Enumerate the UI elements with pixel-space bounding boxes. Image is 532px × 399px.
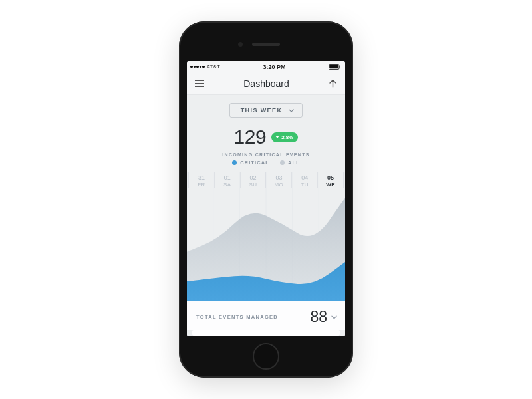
chevron-down-icon xyxy=(331,315,337,319)
status-bar: AT&T 3:20 PM xyxy=(187,61,345,72)
chevron-down-icon xyxy=(289,109,294,112)
svg-rect-1 xyxy=(329,65,338,69)
device-frame: AT&T 3:20 PM Dashboard xyxy=(179,21,353,378)
page-title: Dashboard xyxy=(243,78,289,89)
legend-swatch-critical xyxy=(232,160,237,165)
chart[interactable]: 31FR01SA02SU03MO04TU05WE xyxy=(187,172,345,301)
legend-label-all: ALL xyxy=(288,160,300,166)
legend-swatch-all xyxy=(280,160,285,165)
menu-icon[interactable] xyxy=(195,80,204,87)
card-stack xyxy=(192,330,340,336)
x-axis-labels: 31FR01SA02SU03MO04TU05WE xyxy=(187,172,345,188)
battery-icon xyxy=(329,64,342,70)
content-area: THIS WEEK 129 2.8% INCOMING CRITICAL EVE… xyxy=(187,95,345,336)
app-header: Dashboard xyxy=(187,72,345,95)
x-axis-tick[interactable]: 01SA xyxy=(214,172,240,188)
date-range-label: THIS WEEK xyxy=(241,107,283,114)
footer-value: 88 xyxy=(310,308,327,326)
metric-value: 129 xyxy=(234,126,267,148)
carrier-label: AT&T xyxy=(207,64,221,70)
upload-icon[interactable] xyxy=(329,79,337,88)
x-axis-tick[interactable]: 03MO xyxy=(265,172,291,188)
legend-label-critical: CRITICAL xyxy=(240,160,269,166)
date-range-selector[interactable]: THIS WEEK xyxy=(229,103,303,118)
x-axis-tick[interactable]: 31FR xyxy=(188,172,214,188)
x-axis-tick[interactable]: 04TU xyxy=(291,172,317,188)
footer-card[interactable]: TOTAL EVENTS MANAGED 88 xyxy=(187,301,345,330)
legend-item-critical[interactable]: CRITICAL xyxy=(232,160,269,166)
status-clock: 3:20 PM xyxy=(263,64,286,70)
home-button[interactable] xyxy=(253,343,279,370)
metric-row: 129 2.8% xyxy=(187,126,345,148)
delta-badge: 2.8% xyxy=(271,132,298,142)
svg-rect-2 xyxy=(339,66,340,68)
device-camera xyxy=(238,42,243,47)
x-axis-tick[interactable]: 05WE xyxy=(317,172,344,188)
x-axis-tick[interactable]: 02SU xyxy=(240,172,266,188)
delta-value: 2.8% xyxy=(281,134,293,140)
legend: CRITICAL ALL xyxy=(187,160,345,172)
signal-dots-icon xyxy=(190,66,205,68)
chart-subtitle: INCOMING CRITICAL EVENTS xyxy=(187,152,345,157)
footer-label: TOTAL EVENTS MANAGED xyxy=(196,314,278,320)
device-speaker xyxy=(252,43,280,46)
triangle-down-icon xyxy=(275,136,279,138)
chart-svg xyxy=(187,172,345,301)
legend-item-all[interactable]: ALL xyxy=(280,160,300,166)
screen: AT&T 3:20 PM Dashboard xyxy=(187,61,345,336)
